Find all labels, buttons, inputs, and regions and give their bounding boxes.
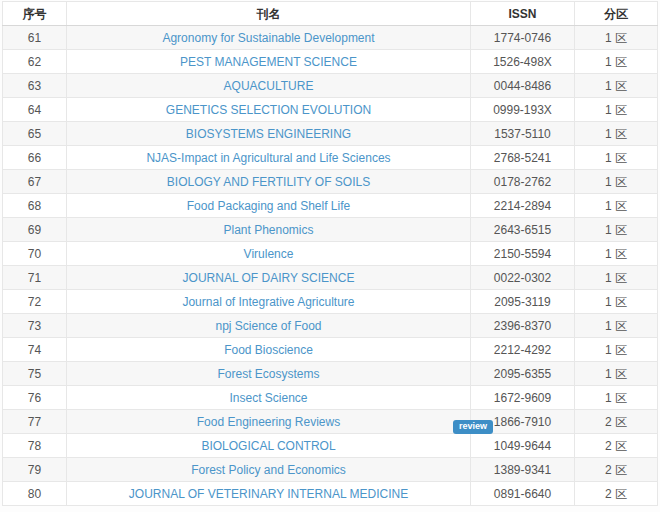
journal-link[interactable]: BIOLOGY AND FERTILITY OF SOILS <box>167 175 370 189</box>
row-issn: 0891-6640 <box>471 482 575 506</box>
table-row: 71 JOURNAL OF DAIRY SCIENCE 0022-0302 1 … <box>3 266 658 290</box>
row-index: 67 <box>3 170 67 194</box>
row-journal-name-cell: Journal of Integrative Agriculture <box>67 290 471 314</box>
row-zone: 2 区 <box>575 458 658 482</box>
row-issn: 2214-2894 <box>471 194 575 218</box>
row-issn: 1526-498X <box>471 50 575 74</box>
journal-link[interactable]: Plant Phenomics <box>223 223 313 237</box>
row-zone: 1 区 <box>575 194 658 218</box>
row-index: 78 <box>3 434 67 458</box>
row-index: 66 <box>3 146 67 170</box>
row-journal-name-cell: Food Bioscience <box>67 338 471 362</box>
row-index: 77 <box>3 410 67 434</box>
row-index: 68 <box>3 194 67 218</box>
row-index: 62 <box>3 50 67 74</box>
table-row: 73 npj Science of Food 2396-8370 1 区 <box>3 314 658 338</box>
review-badge: review <box>453 420 493 434</box>
row-journal-name-cell: Agronomy for Sustainable Development <box>67 26 471 50</box>
table-row: 76 Insect Science 1672-9609 1 区 <box>3 386 658 410</box>
journal-link[interactable]: JOURNAL OF DAIRY SCIENCE <box>183 271 355 285</box>
row-journal-name-cell: BIOLOGICAL CONTROL <box>67 434 471 458</box>
journal-link[interactable]: Forest Ecosystems <box>217 367 319 381</box>
row-index: 72 <box>3 290 67 314</box>
row-zone: 2 区 <box>575 410 658 434</box>
row-zone: 1 区 <box>575 170 658 194</box>
row-zone: 1 区 <box>575 74 658 98</box>
row-issn: 0044-8486 <box>471 74 575 98</box>
row-index: 65 <box>3 122 67 146</box>
table-row: 66 NJAS-Impact in Agricultural and Life … <box>3 146 658 170</box>
row-index: 79 <box>3 458 67 482</box>
table-row: 62 PEST MANAGEMENT SCIENCE 1526-498X 1 区 <box>3 50 658 74</box>
row-issn: 2396-8370 <box>471 314 575 338</box>
journal-link[interactable]: Agronomy for Sustainable Development <box>162 31 374 45</box>
row-issn: 2150-5594 <box>471 242 575 266</box>
row-index: 61 <box>3 26 67 50</box>
journal-link[interactable]: npj Science of Food <box>215 319 321 333</box>
row-journal-name-cell: PEST MANAGEMENT SCIENCE <box>67 50 471 74</box>
row-issn: 1537-5110 <box>471 122 575 146</box>
journal-table-container: 序号 刊名 ISSN 分区 61 Agronomy for Sustainabl… <box>2 1 657 506</box>
row-index: 73 <box>3 314 67 338</box>
row-index: 63 <box>3 74 67 98</box>
row-zone: 1 区 <box>575 218 658 242</box>
row-zone: 1 区 <box>575 242 658 266</box>
table-row: 75 Forest Ecosystems 2095-6355 1 区 <box>3 362 658 386</box>
table-row: 72 Journal of Integrative Agriculture 20… <box>3 290 658 314</box>
journal-link[interactable]: JOURNAL OF VETERINARY INTERNAL MEDICINE <box>129 487 408 501</box>
row-journal-name-cell: BIOLOGY AND FERTILITY OF SOILS <box>67 170 471 194</box>
journal-link[interactable]: AQUACULTURE <box>224 79 314 93</box>
journal-link[interactable]: Insect Science <box>229 391 307 405</box>
table-row: 63 AQUACULTURE 0044-8486 1 区 <box>3 74 658 98</box>
journal-ranking-page: 序号 刊名 ISSN 分区 61 Agronomy for Sustainabl… <box>0 0 660 512</box>
journal-link[interactable]: Food Engineering Reviews <box>197 415 340 429</box>
table-row: 74 Food Bioscience 2212-4292 1 区 <box>3 338 658 362</box>
row-index: 70 <box>3 242 67 266</box>
journal-link[interactable]: Journal of Integrative Agriculture <box>182 295 354 309</box>
journal-table: 序号 刊名 ISSN 分区 61 Agronomy for Sustainabl… <box>2 1 658 506</box>
journal-link[interactable]: BIOLOGICAL CONTROL <box>201 439 335 453</box>
journal-link[interactable]: Food Packaging and Shelf Life <box>187 199 350 213</box>
row-index: 64 <box>3 98 67 122</box>
row-index: 76 <box>3 386 67 410</box>
row-index: 80 <box>3 482 67 506</box>
row-journal-name-cell: Food Engineering Reviews review <box>67 410 471 434</box>
row-journal-name-cell: AQUACULTURE <box>67 74 471 98</box>
journal-link[interactable]: Virulence <box>244 247 294 261</box>
row-journal-name-cell: Forest Ecosystems <box>67 362 471 386</box>
row-zone: 1 区 <box>575 266 658 290</box>
header-zone: 分区 <box>575 2 658 26</box>
row-issn: 1672-9609 <box>471 386 575 410</box>
journal-link[interactable]: BIOSYSTEMS ENGINEERING <box>186 127 351 141</box>
row-issn: 2095-3119 <box>471 290 575 314</box>
header-issn: ISSN <box>471 2 575 26</box>
row-zone: 1 区 <box>575 122 658 146</box>
row-index: 69 <box>3 218 67 242</box>
row-journal-name-cell: Food Packaging and Shelf Life <box>67 194 471 218</box>
journal-link[interactable]: Food Bioscience <box>224 343 313 357</box>
row-index: 74 <box>3 338 67 362</box>
journal-link[interactable]: NJAS-Impact in Agricultural and Life Sci… <box>146 151 390 165</box>
table-row: 65 BIOSYSTEMS ENGINEERING 1537-5110 1 区 <box>3 122 658 146</box>
row-issn: 0178-2762 <box>471 170 575 194</box>
row-journal-name-cell: Forest Policy and Economics <box>67 458 471 482</box>
row-zone: 1 区 <box>575 50 658 74</box>
table-row: 70 Virulence 2150-5594 1 区 <box>3 242 658 266</box>
row-issn: 2768-5241 <box>471 146 575 170</box>
row-journal-name-cell: npj Science of Food <box>67 314 471 338</box>
row-journal-name-cell: JOURNAL OF VETERINARY INTERNAL MEDICINE <box>67 482 471 506</box>
journal-link[interactable]: GENETICS SELECTION EVOLUTION <box>166 103 371 117</box>
table-row: 68 Food Packaging and Shelf Life 2214-28… <box>3 194 658 218</box>
journal-link[interactable]: Forest Policy and Economics <box>191 463 346 477</box>
row-zone: 2 区 <box>575 434 658 458</box>
journal-table-body: 61 Agronomy for Sustainable Development … <box>3 26 658 506</box>
table-row: 69 Plant Phenomics 2643-6515 1 区 <box>3 218 658 242</box>
row-zone: 2 区 <box>575 482 658 506</box>
row-zone: 1 区 <box>575 26 658 50</box>
row-zone: 1 区 <box>575 290 658 314</box>
header-journal-name: 刊名 <box>67 2 471 26</box>
row-journal-name-cell: Insect Science <box>67 386 471 410</box>
table-row: 80 JOURNAL OF VETERINARY INTERNAL MEDICI… <box>3 482 658 506</box>
row-zone: 1 区 <box>575 314 658 338</box>
journal-link[interactable]: PEST MANAGEMENT SCIENCE <box>180 55 357 69</box>
